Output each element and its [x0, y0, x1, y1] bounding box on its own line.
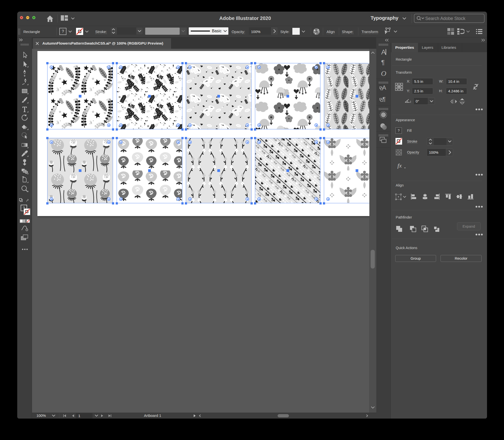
- svg-text:A: A: [381, 48, 386, 56]
- svg-text:fx: fx: [397, 163, 402, 169]
- svg-text:O: O: [381, 69, 386, 77]
- svg-text:¶: ¶: [381, 59, 385, 66]
- svg-text:¶: ¶: [382, 96, 386, 102]
